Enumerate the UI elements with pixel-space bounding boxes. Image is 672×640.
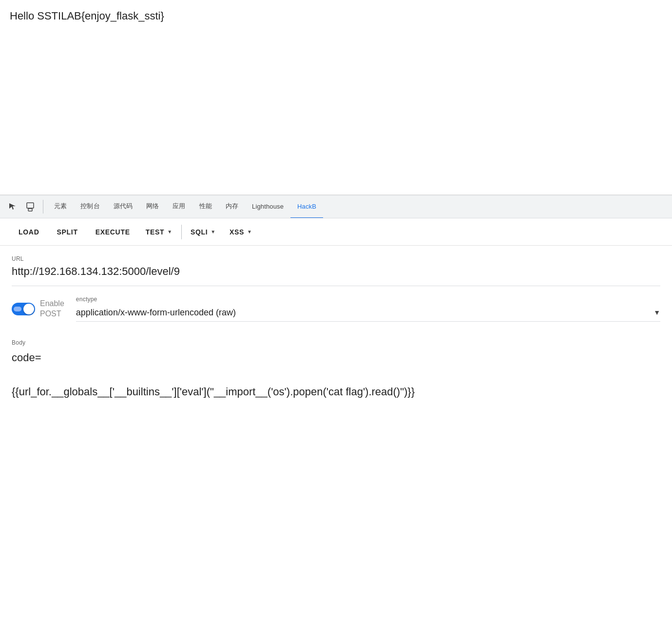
tab-elements[interactable]: 元素 (47, 195, 74, 218)
page-main-text: Hello SSTILAB{enjoy_flask_ssti} (10, 10, 164, 22)
tab-hackbar[interactable]: HackB (290, 195, 323, 218)
body-label: Body (12, 339, 660, 346)
hackbar-separator-1 (181, 225, 182, 239)
page-content-area: Hello SSTILAB{enjoy_flask_ssti} (0, 0, 672, 195)
test-label: TEST (146, 228, 165, 236)
tab-application[interactable]: 应用 (166, 195, 192, 218)
hackbar-content: URL http://192.168.134.132:5000/level/9 … (0, 246, 672, 410)
hackbar-toolbar: LOAD SPLIT EXECUTE TEST ▼ SQLI ▼ XSS ▼ (0, 218, 672, 246)
enctype-section: enctype application/x-www-form-urlencode… (76, 296, 660, 322)
body-value[interactable]: code= {{url_for.__globals__['__builtins_… (12, 349, 660, 401)
tab-console[interactable]: 控制台 (74, 195, 106, 218)
enable-post-toggle-container: Enable POST (12, 299, 64, 319)
post-section: Enable POST enctype application/x-www-fo… (12, 296, 660, 330)
enctype-select[interactable]: application/x-www-form-urlencoded (raw) (76, 306, 650, 319)
inspect-element-icon[interactable] (4, 198, 21, 215)
devtools-toolbar: 元素 控制台 源代码 网络 应用 性能 内存 Lighthouse HackB (0, 195, 672, 218)
sqli-dropdown-arrow: ▼ (211, 229, 216, 234)
svg-rect-1 (28, 209, 32, 211)
enable-post-toggle[interactable] (12, 303, 35, 315)
sqli-button[interactable]: SQLI ▼ (184, 224, 223, 240)
tab-performance[interactable]: 性能 (192, 195, 219, 218)
tab-memory[interactable]: 内存 (219, 195, 245, 218)
svg-rect-0 (27, 203, 34, 208)
toggle-knob (23, 304, 34, 314)
execute-button[interactable]: EXECUTE (87, 224, 139, 240)
enctype-dropdown-arrow: ▼ (653, 309, 660, 316)
split-button[interactable]: SPLIT (48, 224, 86, 240)
tab-lighthouse[interactable]: Lighthouse (245, 195, 290, 218)
enable-post-label: Enable POST (40, 299, 64, 319)
url-section: URL http://192.168.134.132:5000/level/9 (12, 255, 660, 286)
test-button[interactable]: TEST ▼ (139, 224, 179, 240)
enctype-select-wrapper: application/x-www-form-urlencoded (raw) … (76, 306, 660, 322)
devtools-tabs: 元素 控制台 源代码 网络 应用 性能 内存 Lighthouse HackB (47, 195, 323, 218)
tab-sources[interactable]: 源代码 (107, 195, 139, 218)
url-value[interactable]: http://192.168.134.132:5000/level/9 (12, 265, 660, 278)
xss-button[interactable]: XSS ▼ (223, 224, 259, 240)
body-section: Body code= {{url_for.__globals__['__buil… (12, 339, 660, 401)
load-button[interactable]: LOAD (10, 224, 48, 240)
enctype-label: enctype (76, 296, 660, 303)
sqli-label: SQLI (191, 228, 208, 236)
toggle-left-color (14, 307, 21, 311)
tab-network[interactable]: 网络 (139, 195, 166, 218)
url-label: URL (12, 255, 660, 262)
device-toolbar-icon[interactable] (21, 198, 39, 215)
xss-dropdown-arrow: ▼ (247, 229, 252, 234)
test-dropdown-arrow: ▼ (167, 229, 173, 234)
toolbar-separator (43, 200, 43, 213)
xss-label: XSS (230, 228, 244, 236)
